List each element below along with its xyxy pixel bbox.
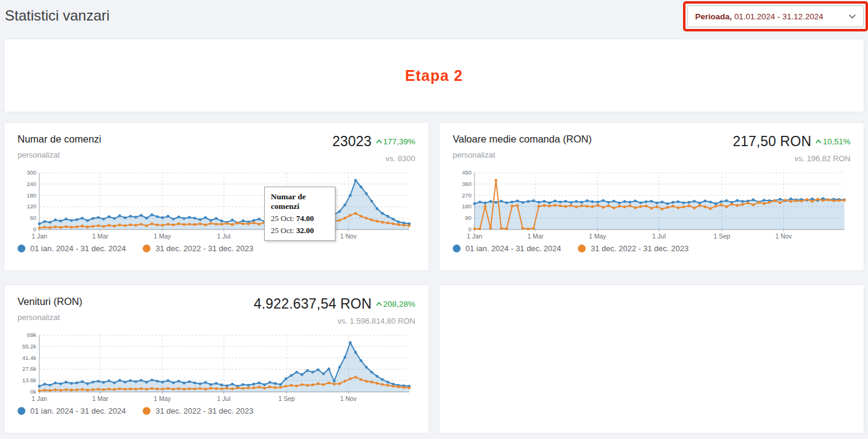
- kpi-delta: 10,51%: [815, 137, 850, 146]
- legend-dot-blue: [453, 245, 461, 252]
- kpi-comparison: vs. 196,82 RON: [733, 154, 850, 163]
- trend-up-icon: [376, 139, 382, 144]
- svg-text:90: 90: [465, 214, 471, 221]
- svg-text:0k: 0k: [30, 388, 36, 395]
- top-bar: Statistici vanzari Perioada,01.01.2024 -…: [4, 0, 864, 39]
- legend-item-previous-period[interactable]: 31 dec. 2022 - 31 dec. 2023: [578, 244, 688, 253]
- tooltip-row: 25 Oct: 32.00: [271, 226, 329, 236]
- chart-title: Valoare medie comanda (RON): [453, 133, 592, 145]
- svg-text:1 Jul: 1 Jul: [217, 395, 230, 402]
- svg-text:240: 240: [27, 181, 36, 187]
- period-value: 01.01.2024 - 31.12.2024: [734, 12, 823, 21]
- svg-text:41.4k: 41.4k: [22, 354, 36, 361]
- legend-item-previous-period[interactable]: 31 dec. 2022 - 31 dec. 2023: [143, 244, 253, 253]
- chart-subtitle: personalizat: [18, 150, 101, 159]
- svg-text:360: 360: [462, 181, 471, 187]
- svg-text:55.2k: 55.2k: [22, 343, 36, 350]
- svg-text:1 Jan: 1 Jan: [467, 232, 482, 240]
- legend-label: 31 dec. 2022 - 31 dec. 2023: [155, 406, 253, 415]
- kpi-value: 217,50 RON: [733, 133, 811, 150]
- svg-text:1 Nov: 1 Nov: [340, 395, 357, 402]
- legend-dot-orange: [143, 245, 151, 252]
- kpi-value: 4.922.637,54 RON: [254, 296, 372, 312]
- chart-subtitle: personalizat: [453, 150, 592, 159]
- card-header: Numar de comenzi personalizat 23023 177,…: [18, 133, 415, 163]
- kpi-value: 23023: [332, 133, 372, 150]
- chart-title: Venituri (RON): [18, 296, 82, 307]
- period-dropdown[interactable]: Perioada,01.01.2024 - 31.12.2024: [687, 5, 864, 27]
- chart-legend: 01 ian. 2024 - 31 dec. 2024 31 dec. 2022…: [453, 244, 850, 253]
- legend-label: 01 ian. 2024 - 31 dec. 2024: [30, 406, 126, 415]
- kpi-comparison: vs. 8300: [332, 154, 415, 163]
- card-numar-comenzi: Numar de comenzi personalizat 23023 177,…: [4, 122, 429, 271]
- cards-grid: Numar de comenzi personalizat 23023 177,…: [4, 122, 864, 434]
- card-header: Venituri (RON) personalizat 4.922.637,54…: [18, 296, 415, 325]
- period-annotation-box: Perioada,01.01.2024 - 31.12.2024: [683, 1, 868, 31]
- svg-text:1 Jul: 1 Jul: [652, 232, 666, 240]
- legend-label: 01 ian. 2024 - 31 dec. 2024: [30, 244, 126, 253]
- legend-item-current-period[interactable]: 01 ian. 2024 - 31 dec. 2024: [18, 406, 126, 415]
- svg-text:1 May: 1 May: [154, 395, 171, 402]
- svg-text:180: 180: [462, 203, 471, 210]
- chart-tooltip: Numar de comenzi 25 Oct: 74.00 25 Oct: 3…: [264, 187, 335, 241]
- svg-text:1 May: 1 May: [154, 232, 171, 240]
- chart-legend: 01 ian. 2024 - 31 dec. 2024 31 dec. 2022…: [18, 244, 415, 253]
- card-header: Valoare medie comanda (RON) personalizat…: [453, 133, 850, 163]
- trend-up-icon: [376, 302, 382, 306]
- legend-label: 31 dec. 2022 - 31 dec. 2023: [155, 244, 253, 253]
- svg-text:1 Jul: 1 Jul: [217, 232, 230, 240]
- svg-text:1 Nov: 1 Nov: [340, 232, 357, 240]
- svg-text:270: 270: [462, 192, 471, 199]
- chart-legend: 01 ian. 2024 - 31 dec. 2024 31 dec. 2022…: [18, 406, 415, 415]
- kpi-comparison: vs. 1.596.814,80 RON: [254, 316, 415, 325]
- page-title: Statistici vanzari: [5, 7, 109, 24]
- svg-text:180: 180: [27, 192, 36, 199]
- trend-up-icon: [815, 139, 821, 144]
- svg-text:450: 450: [462, 169, 471, 176]
- card-valoare-medie: Valoare medie comanda (RON) personalizat…: [439, 122, 864, 271]
- svg-text:1 Mar: 1 Mar: [92, 395, 108, 402]
- tooltip-row: 25 Oct: 74.00: [271, 214, 329, 223]
- svg-text:1 Nov: 1 Nov: [776, 232, 792, 240]
- svg-text:120: 120: [27, 203, 36, 210]
- svg-text:1 Jan: 1 Jan: [31, 395, 47, 402]
- legend-item-previous-period[interactable]: 31 dec. 2022 - 31 dec. 2023: [143, 406, 253, 415]
- svg-text:13.8k: 13.8k: [22, 377, 36, 383]
- svg-text:1 Sep: 1 Sep: [278, 395, 295, 402]
- svg-text:300: 300: [27, 169, 36, 176]
- orders-line-chart[interactable]: 0601201802403001 Jan1 Mar1 May1 Jul1 Sep…: [18, 168, 414, 242]
- chart-title: Numar de comenzi: [18, 133, 101, 145]
- legend-dot-blue: [18, 245, 25, 252]
- svg-text:60: 60: [30, 214, 36, 221]
- svg-text:0: 0: [33, 226, 36, 232]
- chevron-down-icon: [849, 14, 856, 19]
- chart-subtitle: personalizat: [18, 313, 82, 322]
- legend-dot-blue: [18, 407, 25, 415]
- svg-text:69k: 69k: [27, 332, 37, 338]
- legend-item-current-period[interactable]: 01 ian. 2024 - 31 dec. 2024: [18, 244, 126, 253]
- svg-text:1 Mar: 1 Mar: [92, 232, 108, 240]
- legend-label: 01 ian. 2024 - 31 dec. 2024: [465, 244, 561, 253]
- card-venituri: Venituri (RON) personalizat 4.922.637,54…: [4, 284, 429, 434]
- svg-text:0: 0: [468, 226, 471, 232]
- legend-dot-orange: [578, 245, 586, 252]
- legend-dot-orange: [143, 407, 151, 415]
- kpi-delta: 208,28%: [376, 300, 415, 309]
- stage-banner-text: Etapa 2: [405, 67, 463, 85]
- legend-label: 31 dec. 2022 - 31 dec. 2023: [591, 244, 688, 253]
- svg-text:27.6k: 27.6k: [22, 365, 36, 372]
- legend-item-current-period[interactable]: 01 ian. 2024 - 31 dec. 2024: [453, 244, 561, 253]
- svg-text:1 Sep: 1 Sep: [713, 232, 730, 240]
- kpi-delta: 177,39%: [376, 137, 415, 146]
- svg-text:1 Mar: 1 Mar: [527, 232, 543, 240]
- revenue-line-chart[interactable]: 0k13.8k27.6k41.4k55.2k69k1 Jan1 Mar1 May…: [18, 330, 414, 404]
- stage-banner: Etapa 2: [4, 39, 864, 112]
- svg-text:1 May: 1 May: [589, 232, 606, 240]
- period-dropdown-label: Perioada,01.01.2024 - 31.12.2024: [695, 12, 823, 21]
- card-empty: [439, 284, 864, 434]
- period-prefix: Perioada,: [695, 12, 732, 21]
- tooltip-title: Numar de comenzi: [271, 192, 329, 211]
- svg-text:1 Jan: 1 Jan: [31, 232, 47, 240]
- dashboard-page: Statistici vanzari Perioada,01.01.2024 -…: [0, 0, 868, 434]
- average-order-line-chart[interactable]: 0901802703604501 Jan1 Mar1 May1 Jul1 Sep…: [453, 168, 849, 242]
